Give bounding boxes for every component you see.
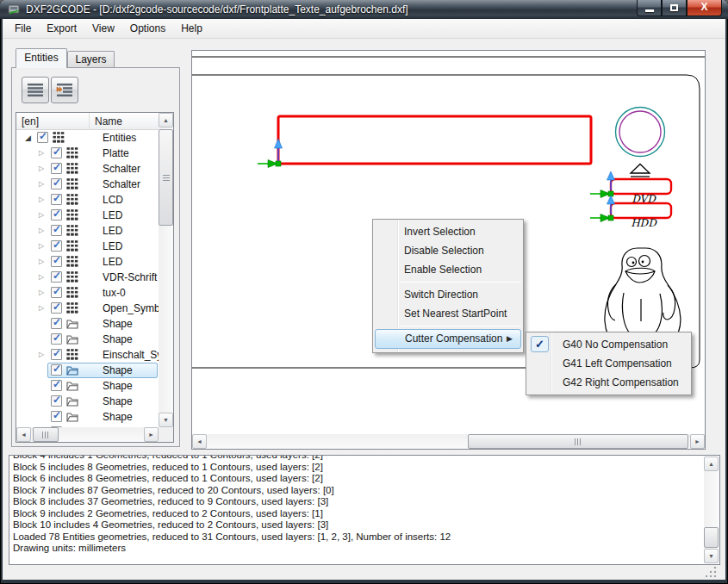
menubar-item-view[interactable]: View [84, 19, 122, 38]
checkbox[interactable]: ✓ [51, 364, 62, 376]
cd-circle-inner[interactable] [619, 111, 661, 152]
checkbox[interactable]: ✓ [51, 147, 62, 158]
expand-icon[interactable]: ▷ [39, 255, 49, 269]
cd-circle-outer[interactable] [616, 108, 665, 157]
tab-entities[interactable]: Entities [16, 48, 67, 68]
tree-row[interactable]: ▷✓tux-0 [16, 285, 159, 301]
submenu-item-g40[interactable]: ✓G40 No Compensation [526, 335, 691, 354]
expand-icon[interactable]: ▷ [39, 239, 49, 253]
maximize-button[interactable] [662, 0, 687, 16]
context-menu-item-switch-direction[interactable]: Switch Direction [373, 285, 523, 304]
scroll-left-button[interactable]: ◄ [16, 427, 31, 442]
expand-icon[interactable]: ▷ [39, 348, 49, 362]
tab-layers[interactable]: Layers [67, 51, 115, 68]
expand-icon[interactable]: ▷ [39, 208, 49, 222]
tree-row[interactable]: ▷✓LED [16, 208, 159, 223]
submenu-item-g41[interactable]: G41 Left Compensation [526, 354, 691, 373]
checkbox[interactable]: ✓ [51, 333, 62, 345]
expand-icon[interactable]: ▷ [39, 177, 49, 191]
tree-row[interactable]: ✓Shape [16, 332, 159, 347]
scroll-up-button[interactable]: ▲ [704, 457, 719, 471]
collapse-icon[interactable]: ◢ [25, 131, 35, 145]
expand-icon[interactable]: ▷ [39, 301, 49, 315]
selected-shape-rect[interactable] [278, 116, 591, 164]
tree-vscroll-thumb[interactable] [159, 129, 173, 226]
tux-drawing[interactable] [605, 248, 681, 344]
expand-icon[interactable]: ▷ [39, 162, 49, 176]
checkbox[interactable]: ✓ [51, 426, 62, 427]
context-menu-item-set-nearest-startpoint[interactable]: Set Nearest StartPoint [373, 304, 523, 323]
tree-row[interactable]: ▷✓LED [16, 223, 159, 239]
tree-row[interactable]: ▷✓Platte [16, 146, 159, 161]
tree-row[interactable]: ▷✓LED [16, 239, 159, 254]
expand-all-button[interactable] [51, 77, 78, 103]
checkbox[interactable]: ✓ [51, 349, 62, 360]
tree-row[interactable]: ✓Shape [16, 409, 159, 425]
log-vscroll-thumb[interactable] [704, 527, 719, 548]
tree-vscrollbar[interactable]: ▲ ▼ [159, 113, 173, 427]
tree-row[interactable]: ▷✓Schalter [16, 161, 159, 177]
log-vscrollbar[interactable]: ▲ ▼ [704, 457, 719, 563]
checkbox[interactable]: ✓ [51, 302, 62, 314]
checkbox[interactable]: ✓ [51, 380, 62, 391]
collapse-all-button[interactable] [22, 77, 49, 103]
tree-row[interactable]: ▷✓Schalter [16, 177, 159, 192]
menubar-item-options[interactable]: Options [122, 19, 173, 38]
checkbox[interactable]: ✓ [51, 225, 62, 236]
hdd-slot-rect[interactable] [611, 203, 671, 218]
tree-row[interactable]: ✓Shape [16, 394, 159, 409]
context-menu-item-enable-selection[interactable]: Enable Selection [373, 260, 523, 279]
scroll-right-button[interactable]: ► [144, 427, 159, 442]
checkbox[interactable]: ✓ [51, 395, 62, 407]
checkbox[interactable]: ✓ [51, 178, 62, 189]
checkbox[interactable]: ✓ [51, 271, 62, 283]
title-bar[interactable]: DXF2GCODE - [D:/dxf2gcode-sourcecode/dxf… [0, 0, 728, 19]
tree-row[interactable]: ▷✓LED [16, 254, 159, 270]
tree-header-column-name[interactable]: Name [90, 113, 159, 130]
tree-row[interactable]: ▷✓Open_Symbol [16, 301, 159, 316]
context-menu-item-cutter-compensation[interactable]: Cutter Compensation▶ [375, 329, 521, 349]
menubar-item-export[interactable]: Export [39, 19, 84, 38]
tree-row[interactable]: ▷✓LCD [16, 192, 159, 208]
expand-icon[interactable]: ▷ [39, 146, 49, 160]
expand-icon[interactable]: ▷ [39, 270, 49, 284]
checkbox[interactable]: ✓ [37, 132, 48, 143]
checkbox[interactable]: ✓ [51, 209, 62, 221]
tree-row[interactable]: ✓Shape [16, 378, 159, 394]
scroll-right-button[interactable]: ► [690, 434, 705, 449]
tree-row[interactable]: ▷✓Einschalt_Symbol [16, 347, 159, 363]
checkbox[interactable]: ✓ [51, 287, 62, 298]
scroll-left-button[interactable]: ◄ [192, 434, 207, 449]
log-output[interactable]: Block 4 includes 1 Geometries, reduced t… [9, 455, 720, 565]
tree-row[interactable]: ▷✓VDR-Schrift [16, 270, 159, 285]
tree-row[interactable]: ✓Shape [16, 316, 159, 332]
minimize-button[interactable] [637, 0, 662, 16]
context-menu-item-disable-selection[interactable]: Disable Selection [373, 241, 523, 260]
expand-icon[interactable]: ▷ [39, 224, 49, 238]
expand-icon[interactable]: ▷ [39, 286, 49, 300]
menubar-item-file[interactable]: File [7, 19, 39, 38]
scroll-down-button[interactable]: ▼ [159, 413, 173, 427]
tree-header[interactable]: [en] Name [16, 113, 159, 130]
checkbox[interactable]: ✓ [51, 256, 62, 267]
canvas-hscrollbar[interactable]: ◄ ► [192, 434, 705, 449]
tree-hscroll-thumb[interactable] [33, 427, 59, 442]
scroll-up-button[interactable]: ▲ [159, 113, 173, 127]
tree-hscrollbar[interactable]: ◄ ► [16, 427, 159, 442]
submenu-item-g42[interactable]: G42 Right Compensation [526, 373, 691, 392]
checkbox[interactable]: ✓ [51, 411, 62, 422]
close-button[interactable]: X [687, 0, 722, 16]
tree-row-selected[interactable]: ✓Shape [16, 363, 159, 378]
tree-header-column-language[interactable]: [en] [16, 113, 90, 130]
checkbox[interactable]: ✓ [51, 163, 62, 174]
resize-grip[interactable] [706, 566, 717, 577]
scroll-down-button[interactable]: ▼ [704, 549, 719, 563]
context-menu-item-invert-selection[interactable]: Invert Selection [373, 222, 523, 241]
tree-row[interactable]: ◢✓Entities [16, 130, 159, 146]
dvd-slot-rect[interactable] [611, 179, 671, 194]
canvas-hscroll-thumb[interactable] [468, 434, 688, 449]
checkbox[interactable]: ✓ [51, 318, 62, 329]
checkbox[interactable]: ✓ [51, 194, 62, 205]
checkbox[interactable]: ✓ [51, 240, 62, 252]
menubar-item-help[interactable]: Help [173, 19, 210, 38]
